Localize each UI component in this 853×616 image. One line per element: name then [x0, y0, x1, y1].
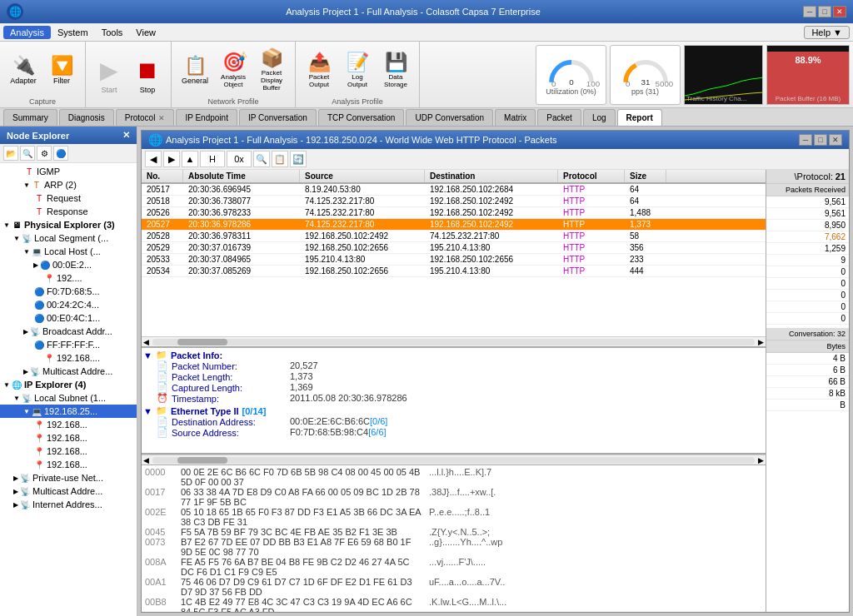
scroll-track[interactable] — [152, 339, 755, 345]
dscroll-left[interactable]: ◀ — [142, 456, 151, 464]
table-row[interactable]: 20534 20:30:37.085269 192.168.250.102:26… — [142, 266, 766, 277]
tree-multicast-ip[interactable]: ▶ 📡 Multicast Addre... — [0, 484, 137, 498]
th-src[interactable]: Source — [300, 170, 425, 182]
tree-192-sub4[interactable]: 📍 192.168... — [0, 458, 137, 471]
analysis-object-button[interactable]: 🎯 ⚠ AnalysisObject — [215, 47, 252, 94]
tab-diagnosis[interactable]: Diagnosis — [59, 109, 114, 126]
ne-btn1[interactable]: 📂 — [3, 146, 18, 161]
tree-bc-mac[interactable]: 🔵 FF:FF:FF:F... — [0, 338, 137, 351]
scroll-thumb[interactable] — [177, 339, 227, 345]
tree-arp-response[interactable]: T Response — [0, 205, 137, 218]
th-time[interactable]: Absolute Time — [183, 170, 300, 182]
tree-bc-ip[interactable]: 📍 192.168.... — [0, 351, 137, 365]
filter-button[interactable]: 🔽 Filter — [43, 47, 80, 94]
ls-expand[interactable]: ▼ — [13, 235, 20, 242]
s192-expand[interactable]: ▼ — [23, 408, 30, 415]
analysis-minimize[interactable]: ─ — [799, 134, 812, 146]
data-storage-button[interactable]: 💾 DataStorage — [377, 47, 414, 94]
tree-local-subnet[interactable]: ▼ 📡 Local Subnet (1... — [0, 391, 137, 405]
tree-physical-explorer[interactable]: ▼ 🖥 Physical Explorer (3) — [0, 218, 137, 231]
tree-local-host[interactable]: ▼ 💻 Local Host (... — [0, 245, 137, 258]
tree-broadcast[interactable]: ▶ 📡 Broadcast Addr... — [0, 325, 137, 338]
ia-expand[interactable]: ▶ — [13, 501, 18, 509]
tree-local-segment[interactable]: ▼ 📡 Local Segment (... — [0, 231, 137, 245]
mip-expand[interactable]: ▶ — [13, 488, 18, 495]
menu-view[interactable]: View — [129, 26, 162, 39]
tree-192-sub1[interactable]: 📍 192.168... — [0, 418, 137, 431]
menu-tools[interactable]: Tools — [95, 26, 130, 39]
dscroll-thumb[interactable] — [177, 457, 227, 464]
tree-arp-request[interactable]: T Request — [0, 191, 137, 205]
tab-log[interactable]: Log — [583, 109, 616, 126]
lh-expand[interactable]: ▼ — [23, 248, 30, 256]
tree-mac3[interactable]: 🔵 00:24:2C:4... — [0, 298, 137, 311]
tab-udp-conversation[interactable]: UDP Conversation — [406, 109, 493, 126]
at-up[interactable]: ▲ — [182, 151, 198, 167]
detail-ethernet-header[interactable]: ▼ 📁 Ethernet Type II [0/14] — [143, 405, 764, 416]
tree-192-168-25[interactable]: ▼ 💻 192.168.25... — [0, 405, 137, 418]
tree-arp[interactable]: ▼ T ARP (2) — [0, 178, 137, 191]
at-decode2[interactable]: 0x — [227, 151, 252, 167]
tab-protocol[interactable]: Protocol ✕ — [116, 109, 175, 126]
table-row-selected[interactable]: 20527 20:30:36.978286 74.125.232.217:80 … — [142, 219, 766, 231]
tree-192-sub2[interactable]: 📍 192.168... — [0, 431, 137, 445]
scroll-right-btn[interactable]: ▶ — [756, 338, 766, 346]
ne-btn3[interactable]: ⚙ — [37, 146, 52, 161]
dscroll-right[interactable]: ▶ — [756, 456, 766, 464]
arp-expand[interactable]: ▼ — [23, 181, 30, 189]
details-hscroll[interactable]: ◀ ▶ — [142, 455, 766, 464]
mac1-expand[interactable]: ▶ — [33, 261, 38, 269]
tree-multicast-phy[interactable]: ▶ 📡 Multicast Addre... — [0, 365, 137, 378]
at-filter1[interactable]: 🔍 — [253, 151, 270, 167]
packet-display-buffer-button[interactable]: 📦 Packet DisplayBuffer — [253, 47, 290, 94]
close-button[interactable]: ✕ — [833, 6, 846, 17]
at-refresh[interactable]: 🔄 — [290, 151, 307, 167]
dscroll-track[interactable] — [152, 457, 755, 464]
table-row[interactable]: 20529 20:30:37.016739 192.168.250.102:26… — [142, 242, 766, 254]
at-decode1[interactable]: H — [200, 151, 225, 167]
tree-mac2[interactable]: 🔵 F0:7D:68:5... — [0, 285, 137, 298]
log-output-button[interactable]: 📝 LogOutput — [339, 47, 376, 94]
tab-protocol-close[interactable]: ✕ — [158, 114, 165, 122]
tree-mac4[interactable]: 🔵 00:E0:4C:1... — [0, 311, 137, 325]
at-copy[interactable]: 📋 — [272, 151, 288, 167]
detail-packet-info-header[interactable]: ▼ 📁 Packet Info: — [143, 350, 764, 360]
stop-button[interactable]: ⏹ Stop — [129, 52, 166, 99]
mphy-expand[interactable]: ▶ — [23, 368, 28, 375]
menu-analysis[interactable]: Analysis — [3, 26, 51, 39]
ipe-expand[interactable]: ▼ — [3, 381, 10, 389]
bc-expand[interactable]: ▶ — [23, 328, 28, 335]
ne-btn4[interactable]: 🔵 — [53, 146, 68, 161]
analysis-close[interactable]: ✕ — [829, 134, 842, 146]
help-button[interactable]: Help ▼ — [804, 26, 850, 39]
table-row[interactable]: 20517 20:30:36.696945 8.19.240.53:80 192… — [142, 184, 766, 196]
tab-tcp-conversation[interactable]: TCP Conversation — [318, 109, 405, 126]
subnet-expand[interactable]: ▼ — [13, 395, 20, 402]
th-size[interactable]: Size — [625, 170, 666, 182]
maximize-button[interactable]: □ — [818, 6, 831, 17]
pnet-expand[interactable]: ▶ — [13, 474, 18, 482]
tree-192-sub3[interactable]: 📍 192.168... — [0, 445, 137, 458]
tree-ip-explorer[interactable]: ▼ 🌐 IP Explorer (4) — [0, 378, 137, 391]
table-row[interactable]: 20533 20:30:37.084965 195.210.4.13:80 19… — [142, 254, 766, 266]
tree-igmp[interactable]: T IGMP — [0, 165, 137, 178]
th-dst[interactable]: Destination — [425, 170, 558, 182]
tab-matrix[interactable]: Matrix — [495, 109, 536, 126]
analysis-maximize[interactable]: □ — [814, 134, 827, 146]
packet-output-button[interactable]: 📤 PacketOutput — [301, 47, 337, 94]
th-proto[interactable]: Protocol — [558, 170, 625, 182]
start-button[interactable]: ▶ Start — [91, 52, 127, 99]
tab-packet[interactable]: Packet — [537, 109, 581, 126]
ne-btn2[interactable]: 🔍 — [20, 146, 35, 161]
at-back[interactable]: ◀ — [145, 151, 162, 167]
node-explorer-close[interactable]: ✕ — [122, 130, 130, 141]
table-row[interactable]: 20528 20:30:36.978311 192.168.250.102:24… — [142, 231, 766, 242]
adapter-button[interactable]: 🔌 Adapter — [5, 47, 42, 94]
table-hscroll[interactable]: ◀ ▶ — [142, 336, 766, 346]
tab-ip-conversation[interactable]: IP Conversation — [239, 109, 317, 126]
tree-private-net[interactable]: ▶ 📡 Private-use Net... — [0, 471, 137, 484]
minimize-button[interactable]: ─ — [803, 6, 816, 17]
table-row[interactable]: 20518 20:30:36.738077 74.125.232.217:80 … — [142, 196, 766, 207]
pe-expand[interactable]: ▼ — [3, 221, 10, 229]
tab-ip-endpoint[interactable]: IP Endpoint — [176, 109, 237, 126]
